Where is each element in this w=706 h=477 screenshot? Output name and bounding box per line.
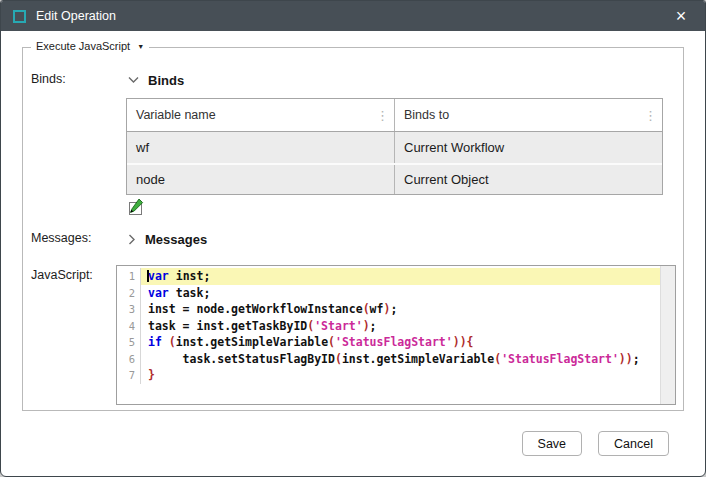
table-cell[interactable]: wf [127,132,394,163]
table-cell[interactable]: Current Workflow [394,132,662,163]
text-caret [147,270,149,282]
code-line[interactable]: 4task = inst.getTaskByID('Start'); [117,318,660,335]
code-text: } [141,367,660,384]
line-number: 3 [117,301,141,318]
line-number: 1 [117,268,141,285]
code-text: task = inst.getTaskByID('Start'); [141,318,660,335]
code-line[interactable]: 2var task; [117,285,660,302]
line-number: 4 [117,318,141,335]
code-text: var task; [141,285,660,302]
code-text: if (inst.getSimpleVariable('StatusFlagSt… [141,334,660,351]
code-text: inst = node.getWorkflowInstance(wf); [141,301,660,318]
code-line[interactable]: 1var inst; [117,268,660,285]
dialog-footer: Save Cancel [1,431,669,456]
table-cell[interactable]: Current Object [394,165,662,194]
close-icon[interactable]: × [667,3,695,29]
binds-table-header: Variable name⋮Binds to⋮ [127,99,662,132]
messages-section-toggle[interactable]: Messages [116,229,683,249]
javascript-field-label: JavaScript: [31,265,116,405]
binds-section-toggle[interactable]: Binds [116,70,683,90]
column-menu-icon[interactable]: ⋮ [376,109,389,122]
table-cell[interactable]: node [127,165,394,194]
app-icon [13,10,26,23]
line-number: 6 [117,351,141,368]
edit-operation-dialog: Edit Operation × Execute JavaScript ▼ Bi… [0,0,706,477]
dropdown-arrow-icon: ▼ [137,43,144,50]
code-line[interactable]: 5if (inst.getSimpleVariable('StatusFlagS… [117,334,660,351]
code-line[interactable]: 6 task.setStatusFlagByID(inst.getSimpleV… [117,351,660,368]
binds-table-body: wfCurrent WorkflownodeCurrent Object [127,132,662,194]
messages-block: Messages: Messages [31,229,683,249]
operation-type-label: Execute JavaScript [36,40,130,52]
javascript-block: JavaScript: 1var inst;2var task;3inst = … [31,265,683,405]
window-title: Edit Operation [36,9,116,23]
line-number: 2 [117,285,141,302]
chevron-right-icon [128,234,136,245]
column-menu-icon[interactable]: ⋮ [644,109,657,122]
code-text: task.setStatusFlagByID(inst.getSimpleVar… [141,351,660,368]
code-line[interactable]: 3inst = node.getWorkflowInstance(wf); [117,301,660,318]
column-header-label: Binds to [404,108,449,122]
binds-field-label: Binds: [31,70,116,216]
messages-field-label: Messages: [31,229,116,249]
line-number: 7 [117,367,141,384]
line-number: 5 [117,334,141,351]
editor-scrollbar[interactable] [660,266,675,404]
column-header: Variable name⋮ [127,99,394,131]
table-row[interactable]: wfCurrent Workflow [127,132,662,163]
column-header: Binds to⋮ [394,99,662,131]
binds-section-title: Binds [148,73,184,88]
operation-type-selector[interactable]: Execute JavaScript ▼ [31,40,149,52]
code-lines: 1var inst;2var task;3inst = node.getWork… [117,266,660,404]
chevron-down-icon [128,76,139,84]
messages-section-title: Messages [145,232,207,247]
code-text: var inst; [141,268,660,285]
binds-table: Variable name⋮Binds to⋮ wfCurrent Workfl… [126,98,663,195]
javascript-code-editor[interactable]: 1var inst;2var task;3inst = node.getWork… [116,265,676,405]
cancel-button[interactable]: Cancel [598,431,669,456]
table-row[interactable]: nodeCurrent Object [127,163,662,194]
edit-binds-icon[interactable] [126,198,144,216]
binds-block: Binds: Binds Variable name⋮Binds to⋮ wfC… [31,70,683,216]
save-button[interactable]: Save [522,431,583,456]
column-header-label: Variable name [136,108,216,122]
titlebar[interactable]: Edit Operation × [1,1,705,31]
operation-groupbox: Execute JavaScript ▼ Binds: Binds Variab… [22,47,684,411]
code-line[interactable]: 7} [117,367,660,384]
